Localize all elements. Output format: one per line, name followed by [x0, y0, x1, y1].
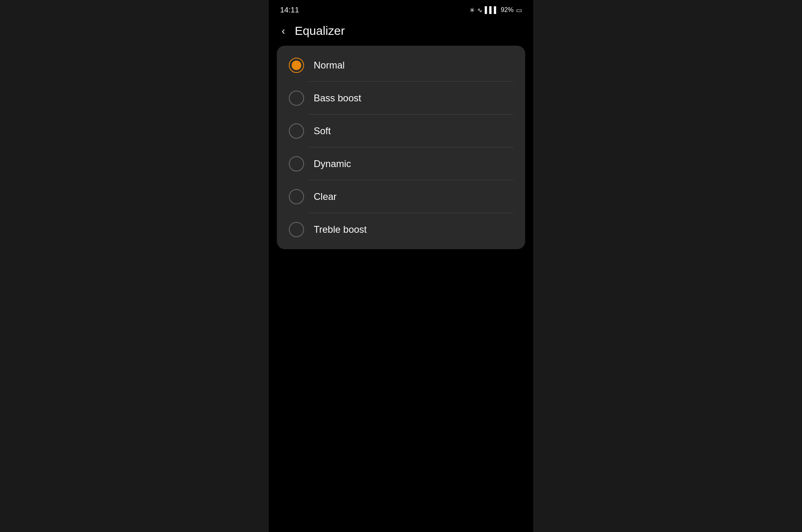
option-dynamic-label: Dynamic: [314, 158, 351, 169]
radio-soft[interactable]: [289, 123, 304, 139]
status-bar: 14:11 ✳ ∿ ▌▌▌ 92% ▭: [269, 0, 533, 18]
header: ‹ Equalizer: [269, 18, 533, 46]
option-bass-boost[interactable]: Bass boost: [277, 82, 525, 115]
battery-icon: ▭: [516, 6, 522, 14]
option-treble-boost-label: Treble boost: [314, 224, 367, 235]
option-soft[interactable]: Soft: [277, 115, 525, 147]
option-treble-boost[interactable]: Treble boost: [277, 213, 525, 246]
phone-frame: 14:11 ✳ ∿ ▌▌▌ 92% ▭ ‹ Equalizer Normal B…: [269, 0, 533, 532]
bottom-area: [269, 249, 533, 532]
back-button[interactable]: ‹: [278, 24, 288, 38]
radio-bass-boost[interactable]: [289, 91, 304, 106]
option-normal[interactable]: Normal: [277, 49, 525, 82]
status-time: 14:11: [280, 6, 299, 14]
option-normal-label: Normal: [314, 60, 345, 71]
bluetooth-icon: ✳: [470, 6, 475, 14]
signal-icon: ▌▌▌: [485, 6, 498, 14]
option-clear-label: Clear: [314, 191, 337, 202]
radio-clear[interactable]: [289, 189, 304, 204]
radio-dynamic[interactable]: [289, 156, 304, 171]
equalizer-options-card: Normal Bass boost Soft Dynamic Clear Tre…: [277, 46, 525, 249]
radio-normal[interactable]: [289, 58, 304, 73]
status-icons: ✳ ∿ ▌▌▌ 92% ▭: [470, 6, 522, 14]
wifi-icon: ∿: [477, 6, 482, 14]
option-bass-boost-label: Bass boost: [314, 93, 361, 104]
option-dynamic[interactable]: Dynamic: [277, 147, 525, 180]
radio-treble-boost[interactable]: [289, 222, 304, 237]
battery-level: 92%: [501, 6, 514, 14]
option-clear[interactable]: Clear: [277, 180, 525, 213]
page-title: Equalizer: [295, 24, 345, 38]
option-soft-label: Soft: [314, 125, 331, 137]
